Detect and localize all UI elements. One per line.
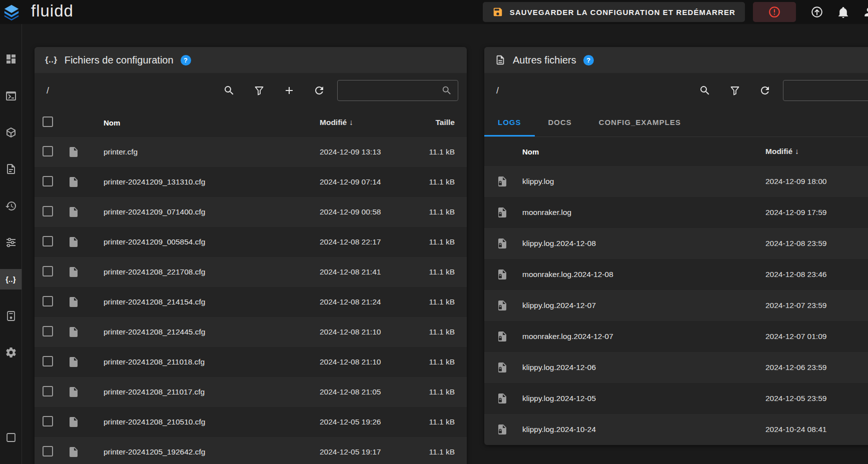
log-file-row[interactable]: klippy.log.2024-12-05 2024-12-05 23:59	[484, 383, 868, 414]
row-checkbox[interactable]	[43, 356, 53, 366]
emergency-stop-button[interactable]	[753, 2, 796, 22]
column-header-modified[interactable]: Modifié↓	[755, 147, 840, 156]
help-icon[interactable]: ?	[583, 55, 594, 66]
tab-docs[interactable]: DOCS	[535, 108, 585, 136]
other-search-box	[783, 80, 868, 101]
file-modified: 2024-12-08 21:10	[310, 358, 402, 366]
account-button[interactable]	[858, 1, 868, 23]
log-file-row[interactable]: klippy.log.2024-12-06 2024-12-06 23:59	[484, 352, 868, 383]
search-icon	[699, 84, 711, 96]
file-modified: 2024-12-09 18:00	[755, 177, 840, 186]
log-file-row[interactable]: klippy.log.2024-10-24 2024-10-24 08:41	[484, 414, 868, 445]
config-file-row[interactable]: printer-20241208_211017.cfg 2024-12-08 2…	[35, 377, 467, 407]
file-name: moonraker.log.2024-12-07	[522, 332, 755, 341]
column-header-name[interactable]: Nom	[522, 148, 755, 156]
file-name: printer.cfg	[104, 148, 310, 156]
file-lock-icon	[496, 362, 522, 374]
refresh-button[interactable]	[755, 80, 775, 100]
file-lock-icon	[496, 330, 522, 342]
search-toggle-button[interactable]	[695, 80, 715, 100]
config-search-input[interactable]	[345, 86, 441, 95]
row-checkbox[interactable]	[43, 326, 53, 336]
file-name: klippy.log	[522, 177, 755, 186]
sidebar-item-history[interactable]	[0, 196, 22, 216]
row-checkbox[interactable]	[43, 176, 53, 186]
file-lock-icon	[496, 206, 522, 218]
tune-icon	[5, 236, 17, 248]
file-modified: 2024-12-08 23:46	[755, 270, 840, 279]
row-checkbox[interactable]	[43, 266, 53, 276]
fluidd-logo-icon	[0, 0, 23, 24]
other-search-input[interactable]	[790, 86, 868, 95]
config-file-row[interactable]: printer-20241208_212445.cfg 2024-12-08 2…	[35, 317, 467, 347]
log-file-row[interactable]: moonraker.log.2024-12-07 2024-12-07 01:0…	[484, 321, 868, 352]
save-config-restart-button[interactable]: SAUVEGARDER LA CONFIGURATION ET REDÉMARR…	[483, 2, 745, 22]
row-checkbox[interactable]	[43, 446, 53, 456]
config-card-title: Fichiers de configuration	[65, 54, 174, 66]
column-header-name[interactable]: Nom	[104, 118, 310, 127]
sidebar-item-console[interactable]	[0, 86, 22, 106]
tab-logs[interactable]: LOGS	[484, 108, 535, 136]
config-file-row[interactable]: printer-20241208_214154.cfg 2024-12-08 2…	[35, 287, 467, 317]
config-file-row[interactable]: printer-20241208_221708.cfg 2024-12-08 2…	[35, 257, 467, 287]
other-toolbar: /	[484, 73, 868, 108]
file-icon	[68, 356, 104, 368]
row-checkbox[interactable]	[43, 296, 53, 306]
file-icon	[68, 236, 104, 248]
file-name: klippy.log.2024-10-24	[522, 425, 755, 434]
sidebar-item-jobs[interactable]	[0, 159, 22, 179]
file-name: printer-20241208_211017.cfg	[104, 388, 310, 396]
refresh-button[interactable]	[309, 80, 329, 100]
file-name: klippy.log.2024-12-07	[522, 301, 755, 310]
file-size: 11.1 kB	[402, 268, 455, 276]
config-file-row[interactable]: printer-20241205_192642.cfg 2024-12-05 1…	[35, 437, 467, 464]
config-file-row[interactable]: printer-20241209_131310.cfg 2024-12-09 0…	[35, 167, 467, 197]
sidebar-item-settings[interactable]	[0, 342, 22, 362]
file-lock-icon	[496, 300, 522, 312]
search-toggle-button[interactable]	[219, 80, 239, 100]
config-file-row[interactable]: printer-20241208_211018.cfg 2024-12-08 2…	[35, 347, 467, 377]
file-modified: 2024-12-06 23:59	[755, 363, 840, 372]
config-file-row[interactable]: printer.cfg 2024-12-09 13:13 11.1 kB	[35, 137, 467, 167]
log-file-row[interactable]: klippy.log.2024-12-07 2024-12-07 23:59	[484, 290, 868, 321]
config-file-row[interactable]: printer-20241209_071400.cfg 2024-12-09 0…	[35, 197, 467, 227]
sidebar-item-configuration[interactable]: {..}	[0, 269, 22, 289]
select-all-checkbox[interactable]	[43, 116, 53, 127]
topbar: fluidd SAUVEGARDER LA CONFIGURATION ET R…	[0, 0, 868, 24]
square-outline-icon	[5, 432, 17, 444]
log-file-row[interactable]: klippy.log.2024-12-08 2024-12-08 23:59	[484, 228, 868, 259]
refresh-icon	[313, 84, 325, 96]
sidebar-item-tune[interactable]	[0, 232, 22, 252]
help-icon[interactable]: ?	[181, 55, 191, 66]
row-checkbox[interactable]	[43, 236, 53, 246]
add-file-button[interactable]	[279, 80, 299, 100]
file-modified: 2024-12-07 23:59	[755, 301, 840, 310]
row-checkbox[interactable]	[43, 146, 53, 156]
file-size: 11.1 kB	[402, 178, 455, 186]
log-file-row[interactable]: moonraker.log 2024-12-09 17:59	[484, 197, 868, 228]
filter-button[interactable]	[725, 80, 745, 100]
file-icon	[68, 146, 104, 158]
log-file-row[interactable]: klippy.log 2024-12-09 18:00	[484, 166, 868, 197]
filter-button[interactable]	[249, 80, 269, 100]
file-modified: 2024-12-08 21:05	[310, 388, 402, 396]
file-modified: 2024-12-08 21:24	[310, 298, 402, 306]
config-file-row[interactable]: printer-20241208_210510.cfg 2024-12-05 1…	[35, 407, 467, 437]
sidebar-item-gcode-preview[interactable]	[0, 122, 22, 142]
config-file-row[interactable]: printer-20241209_005854.cfg 2024-12-08 2…	[35, 227, 467, 257]
sidebar-item-spoolman[interactable]	[0, 306, 22, 326]
column-header-size[interactable]: Taille	[402, 118, 455, 127]
file-modified: 2024-12-07 01:09	[755, 332, 840, 341]
row-checkbox[interactable]	[43, 386, 53, 396]
column-header-modified[interactable]: Modifié↓	[310, 118, 402, 127]
notifications-button[interactable]	[832, 1, 854, 23]
upload-button[interactable]	[806, 1, 828, 23]
sidebar-item-more[interactable]	[0, 428, 22, 448]
tab-config-examples[interactable]: CONFIG_EXAMPLES	[585, 108, 694, 136]
log-file-row[interactable]: moonraker.log.2024-12-08 2024-12-08 23:4…	[484, 259, 868, 290]
file-icon	[68, 206, 104, 218]
row-checkbox[interactable]	[43, 416, 53, 426]
gcode-preview-icon	[5, 126, 17, 138]
row-checkbox[interactable]	[43, 206, 53, 216]
sidebar-item-dashboard[interactable]	[0, 49, 22, 69]
